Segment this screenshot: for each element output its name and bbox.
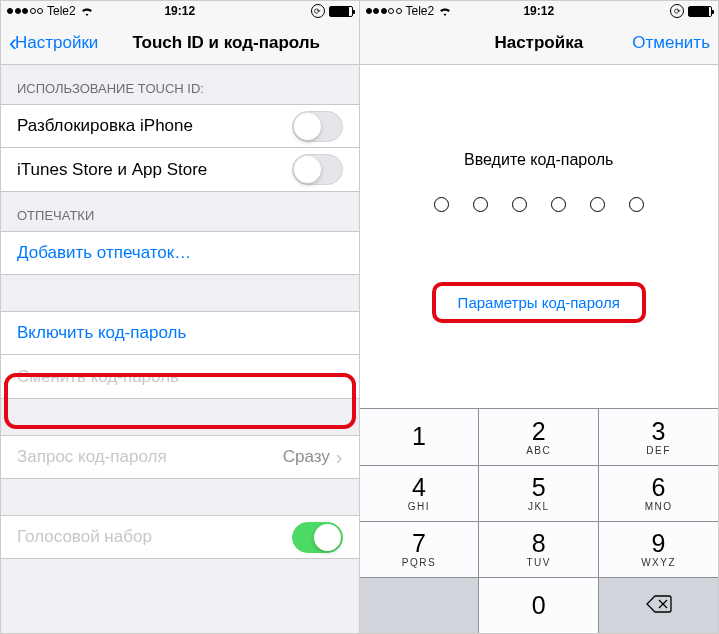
- keypad-key-1[interactable]: 1: [360, 409, 480, 465]
- cell-label: iTunes Store и App Store: [17, 160, 292, 180]
- enable-passcode-label: Включить код-пароль: [17, 323, 343, 343]
- back-button[interactable]: ‹ Настройки: [9, 31, 98, 55]
- add-fingerprint-cell[interactable]: Добавить отпечаток…: [1, 231, 359, 275]
- voice-dial-switch[interactable]: [292, 522, 343, 553]
- keypad-key-9[interactable]: 9WXYZ: [599, 521, 718, 577]
- section-header-touchid: ИСПОЛЬЗОВАНИЕ TOUCH ID:: [1, 65, 359, 104]
- require-passcode-label: Запрос код-пароля: [17, 447, 283, 467]
- passcode-options-button[interactable]: Параметры код-пароля: [448, 288, 630, 317]
- status-bar: Tele2 19:12 ⟳: [360, 1, 719, 21]
- highlight-annotation: Параметры код-пароля: [432, 282, 646, 323]
- change-passcode-label: Сменить код-пароль: [17, 367, 343, 387]
- keypad-key-empty: [360, 577, 480, 633]
- require-passcode-value: Сразу: [283, 447, 330, 467]
- passcode-dot: [473, 197, 488, 212]
- keypad-key-6[interactable]: 6MNO: [599, 465, 718, 521]
- backspace-icon: [646, 595, 672, 617]
- rotation-lock-icon: ⟳: [311, 4, 325, 18]
- enable-passcode-cell[interactable]: Включить код-пароль: [1, 311, 359, 355]
- status-bar: Tele2 19:12 ⟳: [1, 1, 359, 21]
- section-header-fingerprints: ОТПЕЧАТКИ: [1, 192, 359, 231]
- carrier-label: Tele2: [406, 4, 435, 18]
- passcode-entry-area: Введите код-пароль Параметры код-пароля: [360, 65, 719, 408]
- nav-bar: Настройка Отменить: [360, 21, 719, 65]
- passcode-dot: [590, 197, 605, 212]
- chevron-right-icon: ›: [336, 446, 343, 469]
- keypad-key-8[interactable]: 8TUV: [479, 521, 599, 577]
- cell-label: Разблокировка iPhone: [17, 116, 292, 136]
- battery-icon: [329, 6, 353, 17]
- keypad-key-0[interactable]: 0: [479, 577, 599, 633]
- cancel-button[interactable]: Отменить: [632, 33, 710, 53]
- keypad-key-3[interactable]: 3DEF: [599, 409, 718, 465]
- back-label: Настройки: [15, 33, 98, 53]
- nav-title: Настройка: [494, 33, 583, 53]
- passcode-dot: [551, 197, 566, 212]
- require-passcode-cell: Запрос код-пароля Сразу ›: [1, 435, 359, 479]
- keypad-key-5[interactable]: 5JKL: [479, 465, 599, 521]
- passcode-dot: [629, 197, 644, 212]
- wifi-icon: [80, 6, 94, 16]
- settings-list: ИСПОЛЬЗОВАНИЕ TOUCH ID: Разблокировка iP…: [1, 65, 359, 633]
- keypad-key-7[interactable]: 7PQRS: [360, 521, 480, 577]
- voice-dial-cell[interactable]: Голосовой набор: [1, 515, 359, 559]
- change-passcode-cell: Сменить код-пароль: [1, 355, 359, 399]
- unlock-iphone-cell[interactable]: Разблокировка iPhone: [1, 104, 359, 148]
- passcode-dot: [434, 197, 449, 212]
- unlock-iphone-switch[interactable]: [292, 111, 343, 142]
- signal-dots-icon: [7, 8, 43, 14]
- status-time: 19:12: [523, 4, 554, 18]
- battery-icon: [688, 6, 712, 17]
- passcode-prompt: Введите код-пароль: [464, 151, 613, 169]
- add-fingerprint-label: Добавить отпечаток…: [17, 243, 343, 263]
- wifi-icon: [438, 6, 452, 16]
- rotation-lock-icon: ⟳: [670, 4, 684, 18]
- passcode-dots: [434, 197, 644, 212]
- voice-dial-label: Голосовой набор: [17, 527, 292, 547]
- passcode-dot: [512, 197, 527, 212]
- keypad-key-4[interactable]: 4GHI: [360, 465, 480, 521]
- nav-title: Touch ID и код-пароль: [132, 33, 320, 53]
- keypad-key-2[interactable]: 2ABC: [479, 409, 599, 465]
- signal-dots-icon: [366, 8, 402, 14]
- numeric-keypad: 1 2ABC 3DEF 4GHI 5JKL 6MNO 7PQRS 8TUV 9W…: [360, 408, 719, 633]
- itunes-switch[interactable]: [292, 154, 343, 185]
- nav-bar: ‹ Настройки Touch ID и код-пароль: [1, 21, 359, 65]
- status-time: 19:12: [164, 4, 195, 18]
- itunes-cell[interactable]: iTunes Store и App Store: [1, 148, 359, 192]
- keypad-backspace[interactable]: [599, 577, 718, 633]
- carrier-label: Tele2: [47, 4, 76, 18]
